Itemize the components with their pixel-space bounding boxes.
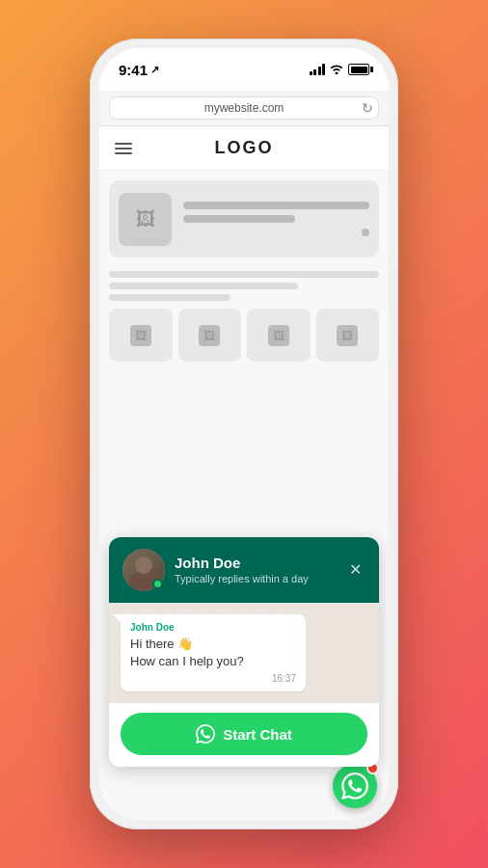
- grid-card-4: 🖼: [316, 309, 380, 362]
- phone-screen: 9:41 ↗ mywebsite.com ↻: [99, 48, 389, 820]
- contact-name: John Doe: [175, 555, 336, 571]
- card-image-2: 🖼: [199, 325, 220, 346]
- grid-cards: 🖼 🖼 🖼 🖼: [99, 309, 389, 362]
- browser-bar: mywebsite.com ↻: [99, 91, 389, 126]
- chat-area: John Doe Hi there 👋 How can I help you? …: [109, 603, 379, 703]
- card-image-3: 🖼: [268, 325, 289, 346]
- avatar-container: [122, 549, 165, 591]
- grid-card-1: 🖼: [109, 309, 173, 362]
- wifi-icon: [330, 63, 343, 77]
- hero-line-2: [183, 215, 295, 223]
- whatsapp-icon: [196, 724, 215, 744]
- card-image-4: 🖼: [337, 325, 358, 346]
- battery-icon: [348, 64, 369, 75]
- grid-card-3: 🖼: [247, 309, 311, 362]
- content-line-3: [109, 294, 230, 301]
- start-chat-label: Start Chat: [223, 726, 292, 743]
- signal-icon: [310, 64, 326, 75]
- hero-dot: [362, 229, 369, 236]
- status-time: 9:41 ↗: [119, 62, 159, 78]
- hero-text-lines: [183, 202, 369, 236]
- site-logo: LOGO: [215, 138, 274, 158]
- hero-image: 🖼: [119, 193, 172, 246]
- whatsapp-popup: John Doe Typically replies within a day …: [109, 537, 379, 767]
- url-bar[interactable]: mywebsite.com: [109, 96, 379, 120]
- contact-status: Typically replies within a day: [175, 573, 336, 584]
- popup-header: John Doe Typically replies within a day …: [109, 537, 379, 603]
- online-indicator: [152, 579, 163, 589]
- fab-whatsapp-icon: [341, 773, 368, 800]
- grid-card-2: 🖼: [178, 309, 242, 362]
- chat-bubble: John Doe Hi there 👋 How can I help you? …: [121, 614, 306, 692]
- start-chat-button[interactable]: Start Chat: [121, 713, 367, 755]
- website-content: LOGO 🖼 �: [99, 126, 389, 820]
- phone-notch: [186, 48, 302, 75]
- hero-banner: 🖼: [109, 180, 379, 258]
- hamburger-menu[interactable]: [115, 143, 132, 154]
- location-arrow-icon: ↗: [150, 64, 159, 76]
- content-line-2: [109, 283, 298, 289]
- status-icons: [310, 63, 370, 77]
- content-lines: [99, 267, 389, 309]
- start-chat-area: Start Chat: [109, 703, 379, 767]
- hero-line-1: [183, 202, 369, 209]
- site-header: LOGO: [99, 126, 389, 171]
- image-placeholder-icon: 🖼: [136, 208, 155, 231]
- card-image-1: 🖼: [130, 325, 151, 346]
- reload-button[interactable]: ↻: [362, 100, 373, 116]
- close-button[interactable]: ✕: [345, 556, 366, 583]
- phone-frame: 9:41 ↗ mywebsite.com ↻: [90, 39, 398, 829]
- bubble-text: Hi there 👋 How can I help you?: [130, 636, 296, 670]
- content-line-1: [109, 271, 379, 278]
- popup-header-info: John Doe Typically replies within a day: [175, 555, 336, 584]
- bubble-sender: John Doe: [130, 622, 296, 633]
- fab-whatsapp-button[interactable]: [333, 764, 377, 808]
- bubble-time: 16:37: [130, 673, 296, 684]
